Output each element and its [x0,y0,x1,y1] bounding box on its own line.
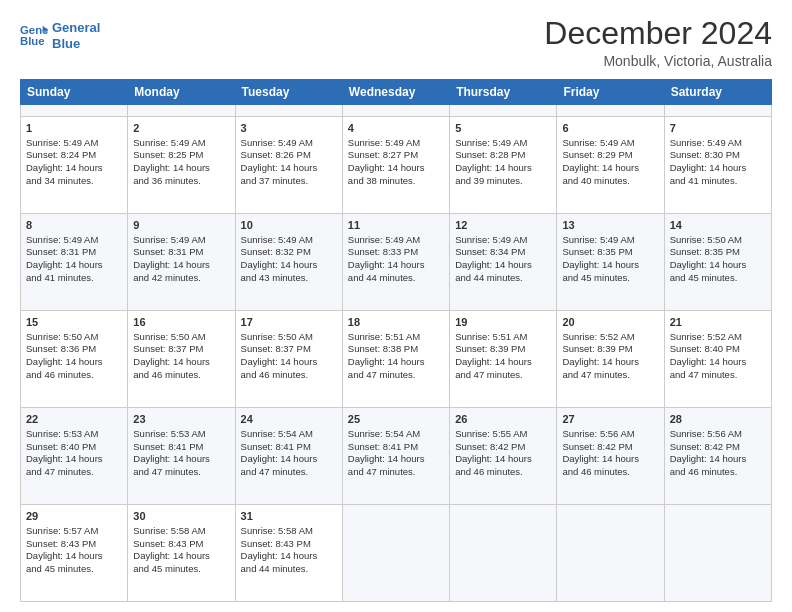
table-row: 28Sunrise: 5:56 AMSunset: 8:42 PMDayligh… [664,407,771,504]
svg-text:Blue: Blue [20,34,45,46]
calendar-week-row: 15Sunrise: 5:50 AMSunset: 8:36 PMDayligh… [21,310,772,407]
table-row: 30Sunrise: 5:58 AMSunset: 8:43 PMDayligh… [128,504,235,601]
day-number: 26 [455,412,551,427]
day-number: 23 [133,412,229,427]
day-number: 9 [133,218,229,233]
day-number: 5 [455,121,551,136]
table-row: 25Sunrise: 5:54 AMSunset: 8:41 PMDayligh… [342,407,449,504]
table-row: 13Sunrise: 5:49 AMSunset: 8:35 PMDayligh… [557,213,664,310]
day-number: 12 [455,218,551,233]
calendar-header-row: Sunday Monday Tuesday Wednesday Thursday… [21,80,772,105]
day-number: 15 [26,315,122,330]
col-monday: Monday [128,80,235,105]
table-row: 1Sunrise: 5:49 AMSunset: 8:24 PMDaylight… [21,116,128,213]
page: General Blue General Blue December 2024 … [0,0,792,612]
table-row: 20Sunrise: 5:52 AMSunset: 8:39 PMDayligh… [557,310,664,407]
col-sunday: Sunday [21,80,128,105]
table-row [342,504,449,601]
title-block: December 2024 Monbulk, Victoria, Austral… [544,16,772,69]
table-row: 15Sunrise: 5:50 AMSunset: 8:36 PMDayligh… [21,310,128,407]
day-number: 4 [348,121,444,136]
day-number: 11 [348,218,444,233]
table-row: 21Sunrise: 5:52 AMSunset: 8:40 PMDayligh… [664,310,771,407]
table-row [664,504,771,601]
day-number: 22 [26,412,122,427]
calendar-week-row: 22Sunrise: 5:53 AMSunset: 8:40 PMDayligh… [21,407,772,504]
col-friday: Friday [557,80,664,105]
logo-text: General Blue [52,20,100,51]
table-row: 16Sunrise: 5:50 AMSunset: 8:37 PMDayligh… [128,310,235,407]
day-number: 8 [26,218,122,233]
table-row: 19Sunrise: 5:51 AMSunset: 8:39 PMDayligh… [450,310,557,407]
table-row [557,504,664,601]
table-row: 8Sunrise: 5:49 AMSunset: 8:31 PMDaylight… [21,213,128,310]
table-row: 22Sunrise: 5:53 AMSunset: 8:40 PMDayligh… [21,407,128,504]
table-row: 17Sunrise: 5:50 AMSunset: 8:37 PMDayligh… [235,310,342,407]
calendar-table: Sunday Monday Tuesday Wednesday Thursday… [20,79,772,602]
table-row [557,105,664,116]
table-row [342,105,449,116]
table-row: 29Sunrise: 5:57 AMSunset: 8:43 PMDayligh… [21,504,128,601]
table-row [450,105,557,116]
table-row: 4Sunrise: 5:49 AMSunset: 8:27 PMDaylight… [342,116,449,213]
col-thursday: Thursday [450,80,557,105]
table-row: 5Sunrise: 5:49 AMSunset: 8:28 PMDaylight… [450,116,557,213]
table-row [235,105,342,116]
day-number: 24 [241,412,337,427]
day-number: 14 [670,218,766,233]
col-tuesday: Tuesday [235,80,342,105]
table-row: 9Sunrise: 5:49 AMSunset: 8:31 PMDaylight… [128,213,235,310]
logo-icon: General Blue [20,22,48,50]
day-number: 30 [133,509,229,524]
col-saturday: Saturday [664,80,771,105]
day-number: 18 [348,315,444,330]
day-number: 13 [562,218,658,233]
day-number: 25 [348,412,444,427]
day-number: 10 [241,218,337,233]
table-row: 2Sunrise: 5:49 AMSunset: 8:25 PMDaylight… [128,116,235,213]
calendar-week-row: 8Sunrise: 5:49 AMSunset: 8:31 PMDaylight… [21,213,772,310]
calendar-week-row [21,105,772,116]
table-row: 12Sunrise: 5:49 AMSunset: 8:34 PMDayligh… [450,213,557,310]
table-row: 3Sunrise: 5:49 AMSunset: 8:26 PMDaylight… [235,116,342,213]
table-row [664,105,771,116]
table-row: 18Sunrise: 5:51 AMSunset: 8:38 PMDayligh… [342,310,449,407]
day-number: 17 [241,315,337,330]
table-row [128,105,235,116]
table-row: 23Sunrise: 5:53 AMSunset: 8:41 PMDayligh… [128,407,235,504]
location: Monbulk, Victoria, Australia [544,53,772,69]
day-number: 21 [670,315,766,330]
calendar-week-row: 1Sunrise: 5:49 AMSunset: 8:24 PMDaylight… [21,116,772,213]
day-number: 20 [562,315,658,330]
day-number: 16 [133,315,229,330]
day-number: 19 [455,315,551,330]
day-number: 7 [670,121,766,136]
header: General Blue General Blue December 2024 … [20,16,772,69]
col-wednesday: Wednesday [342,80,449,105]
day-number: 2 [133,121,229,136]
table-row: 7Sunrise: 5:49 AMSunset: 8:30 PMDaylight… [664,116,771,213]
day-number: 27 [562,412,658,427]
table-row: 31Sunrise: 5:58 AMSunset: 8:43 PMDayligh… [235,504,342,601]
day-number: 3 [241,121,337,136]
table-row [21,105,128,116]
day-number: 6 [562,121,658,136]
table-row: 14Sunrise: 5:50 AMSunset: 8:35 PMDayligh… [664,213,771,310]
day-number: 29 [26,509,122,524]
day-number: 1 [26,121,122,136]
day-number: 28 [670,412,766,427]
table-row: 27Sunrise: 5:56 AMSunset: 8:42 PMDayligh… [557,407,664,504]
table-row: 26Sunrise: 5:55 AMSunset: 8:42 PMDayligh… [450,407,557,504]
table-row: 24Sunrise: 5:54 AMSunset: 8:41 PMDayligh… [235,407,342,504]
month-title: December 2024 [544,16,772,51]
table-row: 11Sunrise: 5:49 AMSunset: 8:33 PMDayligh… [342,213,449,310]
calendar-week-row: 29Sunrise: 5:57 AMSunset: 8:43 PMDayligh… [21,504,772,601]
logo: General Blue General Blue [20,20,100,51]
table-row: 10Sunrise: 5:49 AMSunset: 8:32 PMDayligh… [235,213,342,310]
table-row: 6Sunrise: 5:49 AMSunset: 8:29 PMDaylight… [557,116,664,213]
day-number: 31 [241,509,337,524]
table-row [450,504,557,601]
